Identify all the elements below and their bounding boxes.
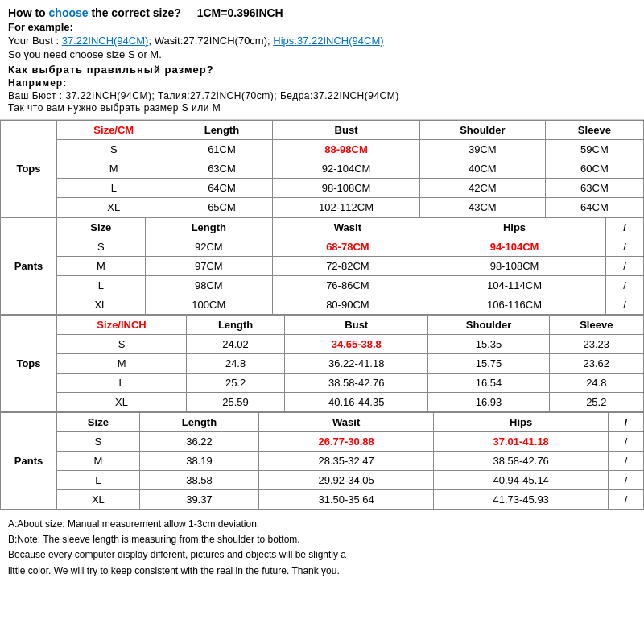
pants-wasit-xl: 80-90CM xyxy=(272,295,423,315)
tops-inch-table: Tops Size/INCH Length Bust Shoulder Slee… xyxy=(0,315,644,412)
footer-line4: little color. We will try to keep consis… xyxy=(8,564,636,579)
choose-size-text: So you need choose size S or M. xyxy=(8,48,162,60)
bust-m: 92-104CM xyxy=(273,159,419,179)
sleeve-s: 59CM xyxy=(545,140,643,159)
tables-container: Tops Size/CM Length Bust Shoulder Sleeve… xyxy=(0,120,644,510)
pants-size-s: S xyxy=(57,237,146,257)
length-xl: 65CM xyxy=(171,198,273,217)
measurements-line: Your Bust : 37.22INCH(94CM); Wasit:27.72… xyxy=(8,35,636,47)
title-choose: choose xyxy=(49,6,89,19)
tops-inch-header-row: Tops Size/INCH Length Bust Shoulder Slee… xyxy=(1,316,644,335)
pants-length-s: 92CM xyxy=(145,237,272,257)
tops-inch-col-shoulder: Shoulder xyxy=(428,316,549,335)
shoulder-xl: 43CM xyxy=(419,198,545,217)
pants-extra-m: / xyxy=(606,257,644,276)
length-m: 63CM xyxy=(171,159,273,179)
russian-bust-text: Ваш Бюст : 37.22INCH(94CM); Талия:27.72I… xyxy=(8,90,399,101)
table-row: XL 25.59 40.16-44.35 16.93 25.2 xyxy=(1,393,644,412)
table-row: M 63CM 92-104CM 40CM 60CM xyxy=(1,159,644,179)
tops-cm-header-row: Tops Size/CM Length Bust Shoulder Sleeve xyxy=(1,121,644,140)
example-label: For example: xyxy=(8,21,636,33)
cm-inch-label: 1CM=0.396INCH xyxy=(197,6,283,19)
tops-inch-col-bust: Bust xyxy=(285,316,428,335)
pants-size-xl: XL xyxy=(57,295,146,315)
table-row: L 64CM 98-108CM 42CM 63CM xyxy=(1,179,644,198)
tops-cm-col-shoulder: Shoulder xyxy=(419,121,545,140)
pants-length-xl: 100CM xyxy=(145,295,272,315)
pants-inch-col-extra: / xyxy=(609,413,644,432)
bust-s: 88-98CM xyxy=(273,140,419,159)
table-row: M 38.19 28.35-32.47 38.58-42.76 / xyxy=(1,452,644,471)
choose-size-line: So you need choose size S or M. xyxy=(8,48,636,60)
pants-cm-col-hips: Hips xyxy=(423,218,605,237)
size-m: M xyxy=(57,159,171,179)
pants-cm-col-wasit: Wasit xyxy=(272,218,423,237)
header-line1: How to choose the correct size? 1CM=0.39… xyxy=(8,6,636,19)
pants-hips-l: 104-114CM xyxy=(423,276,605,295)
table-row: S 24.02 34.65-38.8 15.35 23.23 xyxy=(1,335,644,354)
pants-extra-xl: / xyxy=(606,295,644,315)
length-l: 64CM xyxy=(171,179,273,198)
table-row: L 98CM 76-86CM 104-114CM / xyxy=(1,276,644,295)
pants-length-l: 98CM xyxy=(145,276,272,295)
bust-semicolon: ; xyxy=(148,35,154,47)
pants-extra-s: / xyxy=(606,237,644,257)
shoulder-s: 39CM xyxy=(419,140,545,159)
shoulder-m: 40CM xyxy=(419,159,545,179)
size-l: L xyxy=(57,179,171,198)
pants-length-m: 97CM xyxy=(145,257,272,276)
pants-cm-col-size: Size xyxy=(57,218,146,237)
table-row: M 97CM 72-82CM 98-108CM / xyxy=(1,257,644,276)
footer-line3: Because every computer display different… xyxy=(8,547,636,563)
pants-inch-col-hips: Hips xyxy=(434,413,609,432)
hips-value: 37.22INCH(94CM) xyxy=(297,35,384,47)
bust-value: 37.22INCH(94CM) xyxy=(62,35,149,47)
footer-section: A:About size: Manual measurement allow 1… xyxy=(0,510,644,585)
tops-inch-col-sleeve: Sleeve xyxy=(549,316,643,335)
tops-cm-col-length: Length xyxy=(171,121,273,140)
pants-wasit-s: 68-78CM xyxy=(272,237,423,257)
tops-cm-col-bust: Bust xyxy=(273,121,419,140)
pants-inch-table: Pants Size Length Wasit Hips / S 36.22 2… xyxy=(0,412,644,510)
pants-cm-col-extra: / xyxy=(606,218,644,237)
table-row: L 38.58 29.92-34.05 40.94-45.14 / xyxy=(1,471,644,490)
pants-inch-section-label: Pants xyxy=(1,413,57,510)
pants-wasit-m: 72-82CM xyxy=(272,257,423,276)
waist-value: 27.72INCH(70cm) xyxy=(183,35,267,47)
pants-inch-col-size: Size xyxy=(57,413,140,432)
table-row: L 25.2 38.58-42.76 16.54 24.8 xyxy=(1,374,644,393)
shoulder-l: 42CM xyxy=(419,179,545,198)
pants-hips-m: 98-108CM xyxy=(423,257,605,276)
russian-choose: Так что вам нужно выбрать размер S или M xyxy=(8,102,636,114)
table-row: M 24.8 36.22-41.18 15.75 23.62 xyxy=(1,354,644,374)
pants-cm-header-row: Pants Size Length Wasit Hips / xyxy=(1,218,644,237)
footer-line2: B:Note: The sleeve length is measuring f… xyxy=(8,532,636,547)
hips-label: Hips: xyxy=(273,35,297,47)
main-title: How to choose the correct size? xyxy=(8,6,181,19)
table-row: XL 65CM 102-112CM 43CM 64CM xyxy=(1,198,644,217)
russian-example: Например: xyxy=(8,77,636,89)
pants-cm-table: Pants Size Length Wasit Hips / S 92CM 68… xyxy=(0,217,644,315)
waist-label: Wasit: xyxy=(155,35,184,47)
header-section: How to choose the correct size? 1CM=0.39… xyxy=(0,0,644,120)
bust-xl: 102-112CM xyxy=(273,198,419,217)
pants-hips-s: 94-104CM xyxy=(423,237,605,257)
pants-inch-col-wasit: Wasit xyxy=(259,413,434,432)
bust-label: Your Bust : xyxy=(8,35,62,47)
pants-wasit-l: 76-86CM xyxy=(272,276,423,295)
length-s: 61CM xyxy=(171,140,273,159)
sleeve-l: 63CM xyxy=(545,179,643,198)
tops-cm-table: Tops Size/CM Length Bust Shoulder Sleeve… xyxy=(0,120,644,217)
pants-size-l: L xyxy=(57,276,146,295)
table-row: S 36.22 26.77-30.88 37.01-41.18 / xyxy=(1,432,644,452)
sleeve-xl: 64CM xyxy=(545,198,643,217)
pants-inch-col-length: Length xyxy=(139,413,258,432)
pants-extra-l: / xyxy=(606,276,644,295)
table-row: XL 100CM 80-90CM 106-116CM / xyxy=(1,295,644,315)
pants-size-m: M xyxy=(57,257,146,276)
tops-cm-section-label: Tops xyxy=(1,121,57,217)
table-row: XL 39.37 31.50-35.64 41.73-45.93 / xyxy=(1,490,644,510)
tops-inch-col-length: Length xyxy=(187,316,285,335)
footer-line1: A:About size: Manual measurement allow 1… xyxy=(8,517,636,532)
russian-title: Как выбрать правильный размер? xyxy=(8,64,636,76)
